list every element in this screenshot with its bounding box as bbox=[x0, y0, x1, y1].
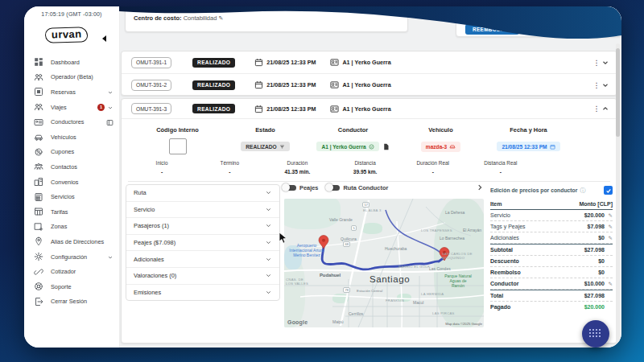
map-label-el-arrayan: El Arrayán bbox=[463, 228, 481, 232]
map-label-la-hermida: LA HERMIDA bbox=[421, 292, 444, 296]
sidebar-item-configuracion[interactable]: Configuración bbox=[24, 249, 119, 265]
pricing-amount: $10.000 bbox=[584, 281, 605, 286]
sidebar-item-reservas[interactable]: Reservas bbox=[24, 84, 119, 100]
pricing-amount: $27.098 bbox=[584, 293, 605, 298]
desktop-background: 17:05:19 (GMT -03:00) urvan Dashboard Op… bbox=[0, 0, 644, 362]
sidebar-item-label: Servicios bbox=[51, 193, 114, 200]
sidebar-item-label: Contactos bbox=[51, 163, 114, 171]
route-shield: 57 bbox=[362, 202, 369, 208]
pricing-amount: $20.000 bbox=[584, 212, 605, 218]
sidebar-item-tarifas[interactable]: Tarifas bbox=[24, 204, 119, 220]
conductor-chip[interactable]: A1 | Yerko Guerra bbox=[316, 142, 378, 151]
paid-line: Pagado: $60.000 bbox=[465, 12, 513, 19]
agreements-icon bbox=[34, 177, 43, 187]
sidebar-item-soporte[interactable]: Soporte bbox=[24, 279, 119, 294]
driver-badge-icon bbox=[330, 105, 339, 113]
stat-value: 41.35 min. bbox=[263, 169, 331, 175]
sidebar-item-label: Cerrar Sesión bbox=[51, 298, 114, 305]
sidebar-item-dashboard[interactable]: Dashboard bbox=[24, 55, 119, 70]
stat-value: - bbox=[399, 169, 467, 175]
chevron-down-icon[interactable] bbox=[601, 80, 610, 90]
map-label-cerrillos: Cerrillos bbox=[349, 311, 363, 316]
sidebar-item-label: Configuración bbox=[51, 253, 107, 261]
car-icon bbox=[449, 143, 456, 150]
chevron-down-icon bbox=[265, 289, 272, 296]
accordion-servicio[interactable]: Servicio bbox=[126, 201, 279, 218]
paid-label: Pagado: bbox=[465, 12, 489, 19]
sidebar-item-convenios[interactable]: Convenios bbox=[24, 175, 119, 190]
chevron-up-icon[interactable] bbox=[601, 104, 610, 113]
toggle-track bbox=[328, 185, 340, 191]
trip-row[interactable]: OMUT-391-2 REALIZADO 21/08/25 12:33 PM A… bbox=[122, 73, 617, 96]
pricing-item: Total bbox=[490, 293, 584, 298]
widget-launcher-button[interactable] bbox=[582, 320, 609, 348]
vehiculo-chip[interactable]: mazda-3 bbox=[421, 142, 460, 152]
price-edit-checkbox[interactable] bbox=[604, 186, 613, 195]
reservations-icon bbox=[34, 87, 43, 97]
kebab-menu-icon[interactable]: ⋮ bbox=[592, 105, 601, 113]
route-shield: 78 bbox=[343, 287, 350, 293]
pricing-item: Descuento bbox=[490, 258, 598, 264]
pricing-row-conductor: Conductor $10.000 ✎ bbox=[490, 278, 613, 290]
chevron-right-icon[interactable] bbox=[476, 183, 484, 191]
chevron-down-icon bbox=[265, 239, 272, 246]
map-label-valle-grande: Valle Grande bbox=[329, 217, 353, 222]
link-icon bbox=[34, 267, 43, 277]
fecha-chip[interactable]: 21/08/25 12:33 PM bbox=[497, 142, 559, 151]
map-label-parque-aguas-ramon: Parque Natural Aguas de Ramón bbox=[444, 274, 473, 288]
trip-assignee: A1 | Yerko Guerra bbox=[342, 59, 390, 66]
pricing-amount: $7.098 bbox=[588, 224, 605, 229]
document-icon[interactable] bbox=[382, 143, 390, 150]
sidebar-item-vehiculos[interactable]: Vehículos bbox=[24, 130, 119, 145]
sidebar-collapse-icon[interactable] bbox=[102, 35, 106, 42]
chevron-down-icon bbox=[265, 272, 272, 279]
estado-chip[interactable]: REALIZADO bbox=[241, 142, 289, 151]
pricing-col-amount: Monto [CLP] bbox=[579, 201, 613, 207]
toggle-track bbox=[284, 185, 296, 191]
kebab-menu-icon[interactable]: ⋮ bbox=[592, 59, 601, 67]
pricing-row-tags-peajes: Tags y Peajes $7.098 ✎ bbox=[490, 221, 613, 232]
accordion-valoraciones[interactable]: Valoraciones (0) bbox=[126, 267, 279, 284]
vertical-scrollbar[interactable] bbox=[616, 43, 620, 343]
sidebar-item-operador[interactable]: Operador (Beta) bbox=[24, 70, 119, 85]
sidebar-item-label: Soporte bbox=[51, 283, 114, 290]
sidebar-item-viajes[interactable]: Viajes 1 bbox=[24, 100, 119, 115]
sidebar-item-contactos[interactable]: Contactos bbox=[24, 159, 119, 175]
ruta-conductor-toggle[interactable]: Ruta Conductor bbox=[328, 184, 388, 191]
vehicles-icon bbox=[34, 132, 43, 142]
edit-icon[interactable]: ✎ bbox=[605, 281, 613, 287]
stat-value: 39.95 km. bbox=[331, 169, 398, 175]
codigo-interno-input[interactable] bbox=[169, 138, 187, 154]
kebab-menu-icon[interactable]: ⋮ bbox=[592, 81, 601, 89]
detail-header: Estado bbox=[221, 126, 309, 134]
sidebar-item-servicios[interactable]: Servicios bbox=[24, 189, 119, 204]
chevron-down-icon[interactable] bbox=[601, 58, 610, 68]
edit-icon[interactable]: ✎ bbox=[605, 224, 613, 230]
sidebar-item-cupones[interactable]: Cupones bbox=[24, 145, 119, 160]
accordion-ruta[interactable]: Ruta bbox=[126, 185, 279, 201]
accordion-adicionales[interactable]: Adicionales bbox=[126, 250, 279, 267]
edit-icon[interactable]: ✎ bbox=[605, 235, 613, 241]
stat-value: - bbox=[467, 169, 535, 175]
estado-chip-label: REALIZADO bbox=[246, 144, 276, 150]
edit-icon[interactable]: ✎ bbox=[605, 212, 613, 219]
scrollbar-thumb[interactable] bbox=[616, 48, 620, 137]
map[interactable]: 57 5 68 78 EL ALBA 3 Valle Grande La Deh… bbox=[284, 199, 484, 327]
accordion-pasajeros[interactable]: Pasajeros (1) bbox=[126, 217, 279, 234]
drivers-icon bbox=[34, 117, 43, 127]
refund-button[interactable]: REEMBOLSAR bbox=[465, 24, 519, 35]
sidebar-item-cerrar-sesion[interactable]: Cerrar Sesión bbox=[24, 294, 119, 310]
pricing-item: Adicionales bbox=[490, 235, 598, 241]
sidebar-item-conductores[interactable]: Conductores bbox=[24, 114, 119, 130]
support-icon bbox=[34, 282, 43, 291]
map-minor-roads bbox=[284, 199, 484, 327]
trip-row[interactable]: OMUT-391-1 REALIZADO 21/08/25 12:33 PM A… bbox=[122, 51, 617, 73]
sidebar-item-zonas[interactable]: Zonas bbox=[24, 220, 119, 235]
accordion-peajes[interactable]: Peajes ($7.098) bbox=[126, 234, 279, 251]
sidebar-item-cotizador[interactable]: Cotizador bbox=[24, 264, 119, 279]
peajes-toggle[interactable]: Peajes bbox=[284, 184, 318, 191]
sidebar-item-alias-direcciones[interactable]: Alias de Direcciones bbox=[24, 234, 119, 249]
trip-row-expanded[interactable]: OMUT-391-3 REALIZADO 21/08/25 12:33 PM A… bbox=[122, 99, 617, 119]
accordion-emisiones[interactable]: Emisiones bbox=[126, 284, 279, 301]
edit-icon[interactable]: ✎ bbox=[218, 15, 223, 21]
